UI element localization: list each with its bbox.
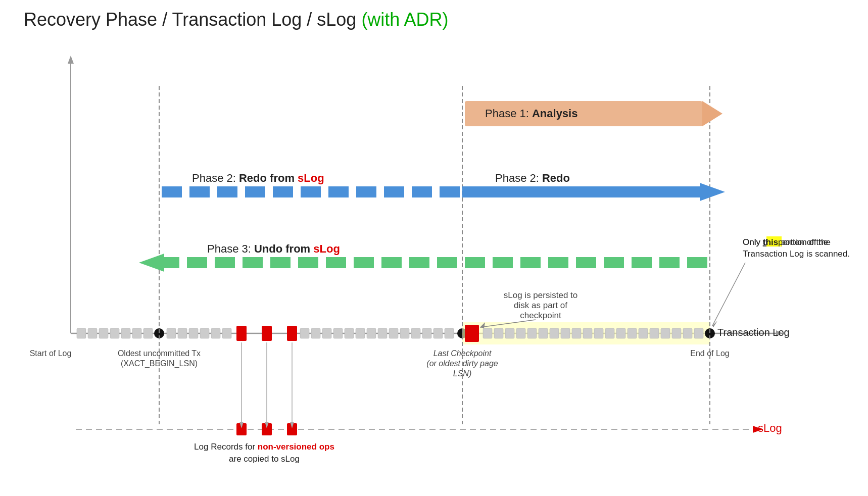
svg-rect-34 [445, 328, 454, 338]
svg-rect-12 [167, 328, 176, 338]
transaction-log-label: Transaction Log [717, 327, 790, 338]
svg-rect-56 [683, 328, 692, 338]
svg-rect-22 [311, 328, 320, 338]
slog-persisted-line3: checkpoint [520, 311, 561, 320]
slog-label: sLog [758, 422, 782, 434]
slog-persisted-line1: sLog is persisted to [504, 290, 577, 300]
svg-rect-14 [189, 328, 198, 338]
svg-rect-48 [594, 328, 603, 338]
svg-rect-31 [411, 328, 420, 338]
svg-rect-5 [88, 328, 97, 338]
svg-rect-55 [672, 328, 681, 338]
svg-rect-52 [639, 328, 648, 338]
title-main: Recovery Phase / Transaction Log / sLog [24, 9, 356, 30]
svg-rect-16 [211, 328, 220, 338]
svg-marker-67 [702, 101, 722, 126]
only-this-portion: portion of the [778, 237, 828, 247]
diagram-svg: Transaction Log Phase 1: Analysis [20, 45, 859, 490]
svg-rect-44 [550, 328, 559, 338]
svg-rect-24 [333, 328, 343, 338]
svg-rect-26 [356, 328, 365, 338]
svg-rect-49 [605, 328, 614, 338]
main-container: Recovery Phase / Transaction Log / sLog … [0, 0, 868, 496]
svg-rect-18 [236, 326, 247, 341]
svg-rect-29 [389, 328, 398, 338]
svg-text:Phase 2: Redo from sLog: Phase 2: Redo from sLog [192, 172, 324, 184]
svg-rect-53 [650, 328, 659, 338]
svg-rect-20 [287, 326, 297, 341]
log-records-line1: Log Records for non-versioned ops [194, 442, 334, 452]
svg-rect-51 [628, 328, 637, 338]
start-of-log-label: Start of Log [30, 349, 72, 358]
svg-rect-6 [99, 328, 108, 338]
svg-rect-17 [222, 328, 231, 338]
svg-rect-46 [572, 328, 581, 338]
svg-rect-4 [77, 328, 86, 338]
svg-rect-33 [433, 328, 443, 338]
svg-rect-37 [465, 325, 479, 342]
oldest-uncommitted-lsn: (XACT_BEGIN_LSN) [121, 359, 198, 368]
last-checkpoint-sub1: (or oldest dirty page [426, 359, 498, 368]
svg-rect-42 [527, 328, 537, 338]
oldest-uncommitted-label: Oldest uncommitted Tx [118, 349, 201, 358]
svg-rect-19 [262, 326, 272, 341]
svg-rect-15 [200, 328, 209, 338]
svg-rect-40 [505, 328, 514, 338]
slog-persisted-line2: disk as part of [514, 301, 567, 310]
end-of-log-label: End of Log [690, 349, 729, 358]
svg-marker-71 [700, 183, 725, 201]
last-checkpoint-label: Last Checkpoint [433, 349, 492, 358]
svg-rect-38 [483, 328, 492, 338]
svg-rect-23 [322, 328, 331, 338]
last-checkpoint-sub2: LSN) [453, 369, 471, 378]
svg-line-80 [712, 263, 745, 326]
only-this-highlight: this [763, 237, 778, 247]
svg-rect-41 [516, 328, 525, 338]
svg-rect-21 [300, 328, 309, 338]
svg-rect-7 [110, 328, 119, 338]
only-this-text-full: Only [743, 237, 760, 247]
svg-rect-32 [422, 328, 431, 338]
title-highlight: (with ADR) [356, 9, 448, 30]
svg-marker-1 [68, 56, 74, 64]
svg-text:Phase 2: Redo: Phase 2: Redo [495, 172, 570, 184]
svg-rect-27 [367, 328, 376, 338]
svg-rect-9 [132, 328, 141, 338]
svg-text:Phase 1: Analysis: Phase 1: Analysis [485, 107, 577, 120]
svg-rect-28 [378, 328, 387, 338]
svg-text:Phase 3: Undo from sLog: Phase 3: Undo from sLog [207, 242, 340, 255]
log-records-line2: are copied to sLog [229, 454, 300, 464]
svg-rect-25 [345, 328, 354, 338]
svg-rect-54 [661, 328, 670, 338]
svg-rect-43 [539, 328, 548, 338]
svg-rect-57 [694, 328, 703, 338]
svg-rect-30 [400, 328, 409, 338]
svg-rect-10 [143, 328, 153, 338]
svg-rect-39 [494, 328, 503, 338]
only-this-line2: Transaction Log is scanned. [743, 249, 850, 259]
svg-rect-47 [583, 328, 592, 338]
svg-rect-45 [561, 328, 570, 338]
svg-rect-50 [616, 328, 625, 338]
svg-rect-8 [121, 328, 130, 338]
page-title: Recovery Phase / Transaction Log / sLog … [24, 9, 448, 30]
svg-marker-75 [139, 254, 164, 272]
svg-rect-13 [178, 328, 187, 338]
